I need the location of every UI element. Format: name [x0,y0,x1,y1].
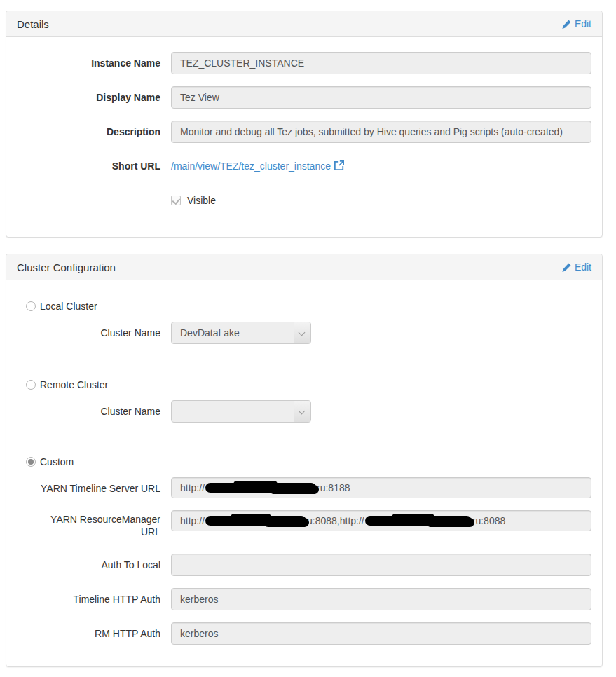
display-name-label: Display Name [34,86,160,109]
url-text-segment: ru:8188 [317,477,350,498]
redacted-text [365,516,472,526]
details-edit-label: Edit [575,18,591,29]
url-text-segment: http:// [180,477,205,498]
short-url-row: Short URL /main/view/TEZ/tez_cluster_ins… [17,155,591,177]
local-cluster-name-select: DevDataLake [171,322,311,344]
view-instance-page: Details Edit Instance Name TEZ_CLUSTER_I… [0,11,616,677]
cluster-configuration-header: Cluster Configuration Edit [6,254,602,280]
local-cluster-radio-row: Local Cluster [26,299,591,313]
auth-to-local-label: Auth To Local [34,554,160,576]
remote-cluster-radio-label: Remote Cluster [40,379,108,390]
pencil-icon [562,20,571,29]
custom-radio [26,457,36,467]
pencil-icon [562,263,571,272]
yarn-timeline-url-input: http://ru:8188 [171,477,591,498]
yarn-resourcemanager-url-label: YARN ResourceManager URL [34,510,160,538]
local-cluster-name-label: Cluster Name [34,322,160,344]
timeline-http-auth-row: Timeline HTTP Auth kerberos [17,588,591,610]
details-panel-header: Details Edit [6,11,602,37]
rm-http-auth-label: RM HTTP Auth [34,622,160,645]
redacted-text [205,516,306,526]
url-text-segment: u:8088,http:// [307,510,364,531]
rm-http-auth-row: RM HTTP Auth kerberos [17,622,591,645]
instance-name-row: Instance Name TEZ_CLUSTER_INSTANCE [17,52,591,74]
rm-http-auth-input: kerberos [171,622,591,645]
local-cluster-name-row: Cluster Name DevDataLake [17,322,591,344]
cluster-configuration-panel: Cluster Configuration Edit Local Cluster… [6,254,603,667]
timeline-http-auth-label: Timeline HTTP Auth [34,588,160,610]
cluster-configuration-title: Cluster Configuration [17,261,116,273]
instance-name-input: TEZ_CLUSTER_INSTANCE [171,52,591,74]
custom-radio-row: Custom [26,455,591,469]
short-url-label: Short URL [34,155,160,177]
instance-name-label: Instance Name [34,52,160,74]
remote-cluster-radio-row: Remote Cluster [26,378,591,392]
yarn-resourcemanager-url-input: http://u:8088,http://ru:8088 [171,510,591,531]
yarn-timeline-url-row: YARN Timeline Server URL http://ru:8188 [17,477,591,498]
description-row: Description Monitor and debug all Tez jo… [17,121,591,143]
chevron-down-icon [294,401,310,422]
short-url-link[interactable]: /main/view/TEZ/tez_cluster_instance [171,160,331,172]
display-name-row: Display Name Tez View [17,86,591,109]
chevron-down-icon [294,322,310,343]
description-input: Monitor and debug all Tez jobs, submitte… [171,121,591,143]
local-cluster-radio-label: Local Cluster [40,301,97,312]
details-panel-title: Details [17,18,49,30]
yarn-timeline-url-label: YARN Timeline Server URL [34,477,160,498]
url-text-segment: http:// [180,510,205,531]
local-cluster-radio [26,301,36,311]
yarn-resourcemanager-url-row: YARN ResourceManager URL http://u:8088,h… [17,510,591,538]
description-label: Description [34,121,160,143]
auth-to-local-row: Auth To Local [17,554,591,576]
details-panel-body: Instance Name TEZ_CLUSTER_INSTANCE Displ… [6,37,602,237]
visible-checkbox-label: Visible [187,195,216,206]
cluster-configuration-edit-button[interactable]: Edit [562,261,591,273]
redacted-text [205,483,316,493]
remote-cluster-name-row: Cluster Name [17,400,591,423]
visible-row: Visible [17,189,591,212]
remote-cluster-radio [26,380,36,390]
details-panel: Details Edit Instance Name TEZ_CLUSTER_I… [6,11,603,238]
auth-to-local-input [171,554,591,576]
custom-radio-label: Custom [40,456,74,467]
url-text-segment: ru:8088 [472,510,505,531]
local-cluster-name-selected-value: DevDataLake [180,327,240,338]
remote-cluster-name-select [171,400,311,423]
timeline-http-auth-input: kerberos [171,588,591,610]
visible-checkbox [171,196,181,205]
details-edit-button[interactable]: Edit [562,18,591,29]
remote-cluster-name-label: Cluster Name [34,400,160,423]
cluster-configuration-body: Local Cluster Cluster Name DevDataLake R… [6,280,602,666]
display-name-input: Tez View [171,86,591,109]
cluster-configuration-edit-label: Edit [575,261,591,273]
external-link-icon[interactable] [334,160,344,172]
